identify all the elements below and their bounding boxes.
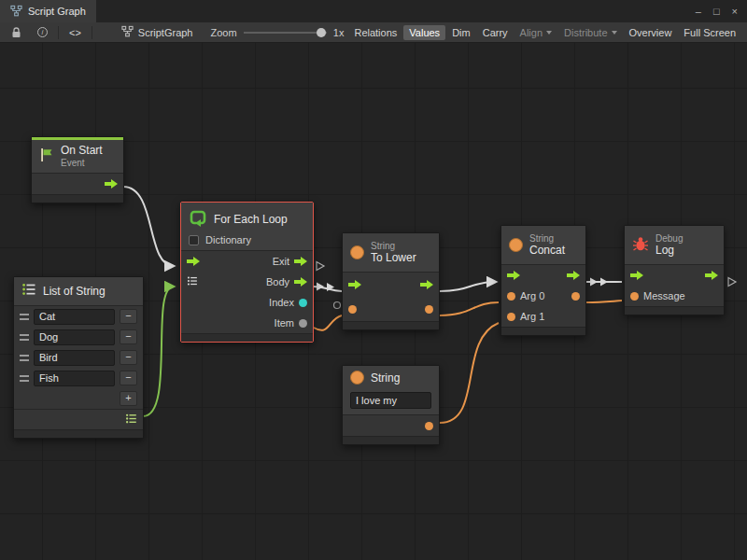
wire-concat-to-log-value[interactable] [586, 301, 622, 302]
node-string-to-lower[interactable]: String To Lower [342, 232, 440, 330]
list-item-input[interactable] [34, 329, 115, 345]
drag-handle-icon[interactable] [20, 375, 29, 382]
fullscreen-button[interactable]: Full Screen [678, 25, 741, 40]
wire-tolower-to-concat-flow[interactable] [440, 282, 496, 291]
result-output-port[interactable] [571, 292, 580, 301]
align-button[interactable]: Align [514, 25, 557, 40]
list-row: − [14, 327, 143, 347]
node-title: To Lower [371, 252, 416, 265]
graph-canvas[interactable]: On Start Event [0, 43, 747, 560]
list-item-input[interactable] [34, 309, 115, 325]
relations-button[interactable]: Relations [348, 25, 402, 40]
string-type-icon [350, 245, 364, 259]
info-icon[interactable]: i [32, 25, 53, 39]
node-footer [501, 327, 585, 335]
dictionary-label: Dictionary [205, 234, 251, 245]
dictionary-checkbox[interactable] [189, 235, 199, 245]
graph-breadcrumb[interactable]: ScriptGraph [121, 25, 193, 39]
wire-arrow [317, 283, 324, 291]
unconnected-port-indicator [334, 302, 341, 309]
node-debug-log[interactable]: Debug Log Message [624, 225, 725, 315]
drag-handle-icon[interactable] [20, 334, 29, 341]
dim-button[interactable]: Dim [446, 25, 476, 40]
port-label-item: Item [275, 317, 294, 329]
node-list-of-string[interactable]: List of String − − − [13, 276, 144, 439]
tab-title: Script Graph [28, 6, 86, 17]
lock-icon[interactable] [6, 25, 27, 40]
node-title: String [371, 371, 400, 385]
string-input-port[interactable] [348, 305, 357, 314]
node-string-literal[interactable]: String [342, 365, 440, 445]
item-output-port[interactable] [299, 319, 307, 328]
graph-toolbar: i <> ScriptGraph Zoom 1x Relations Value… [0, 22, 747, 43]
tab-script-graph[interactable]: Script Graph [0, 0, 96, 22]
wire-item-to-tolower[interactable] [314, 315, 342, 330]
wire-onstart-to-foreach[interactable] [123, 187, 174, 266]
node-type-label: Debug [655, 233, 683, 245]
string-output-port[interactable] [425, 305, 433, 314]
wire-literal-to-concat-arg1[interactable] [440, 323, 499, 423]
zoom-slider-track [244, 32, 327, 34]
code-view-button[interactable]: <> [63, 25, 87, 40]
list-row: − [14, 368, 143, 388]
remove-item-button[interactable]: − [120, 350, 137, 365]
remove-item-button[interactable]: − [120, 371, 137, 385]
node-on-start[interactable]: On Start Event [31, 136, 124, 203]
wire-list-to-foreach[interactable] [143, 287, 174, 416]
breadcrumb-label: ScriptGraph [138, 27, 193, 38]
overview-button[interactable]: Overview [624, 25, 678, 40]
zoom-slider-knob[interactable] [317, 28, 326, 37]
node-footer [343, 321, 439, 329]
list-item-input[interactable] [34, 350, 115, 366]
chevron-down-icon [612, 31, 617, 35]
flow-input-port[interactable] [630, 271, 643, 280]
node-string-concat[interactable]: String Concat Arg 0 Arg 1 [500, 225, 586, 336]
exit-unconnected-arrow [317, 262, 324, 271]
distribute-button[interactable]: Distribute [558, 25, 622, 40]
index-output-port[interactable] [299, 299, 307, 307]
loop-icon [189, 208, 207, 231]
add-item-button[interactable]: + [120, 391, 137, 406]
wire-arrow [600, 278, 608, 287]
node-for-each-loop[interactable]: For Each Loop Dictionary Exit [180, 202, 314, 343]
port-label-body: Body [266, 276, 289, 287]
list-input-port[interactable] [187, 273, 198, 290]
exit-output-port[interactable] [294, 257, 307, 266]
graph-tab-icon [10, 5, 22, 19]
string-output-port[interactable] [425, 422, 433, 430]
carry-button[interactable]: Carry [477, 25, 514, 40]
close-icon[interactable]: × [732, 6, 738, 17]
list-icon [21, 282, 36, 301]
node-title: For Each Loop [214, 213, 288, 226]
flow-input-port[interactable] [507, 271, 520, 280]
flow-output-port[interactable] [420, 280, 433, 289]
wire-tolower-to-concat-arg0[interactable] [440, 302, 499, 315]
window-controls: – □ × [696, 6, 747, 17]
flow-input-port[interactable] [187, 257, 200, 266]
flow-output-port[interactable] [567, 271, 580, 280]
log-exit-unconnected-arrow [728, 278, 736, 287]
flow-input-port[interactable] [348, 280, 361, 289]
drag-handle-icon[interactable] [20, 314, 29, 320]
align-label: Align [520, 27, 543, 38]
remove-item-button[interactable]: − [120, 329, 137, 344]
arg1-input-port[interactable] [507, 313, 515, 321]
flow-output-port[interactable] [705, 271, 718, 280]
string-type-icon [509, 238, 523, 252]
body-output-port[interactable] [294, 277, 307, 287]
node-type-label: String [529, 233, 565, 245]
arg0-input-port[interactable] [507, 292, 515, 301]
port-label-arg0: Arg 0 [520, 290, 544, 301]
maximize-icon[interactable]: □ [713, 6, 720, 17]
string-value-input[interactable] [350, 392, 431, 409]
minimize-icon[interactable]: – [696, 6, 701, 17]
bug-icon [632, 235, 649, 256]
drag-handle-icon[interactable] [20, 355, 29, 361]
values-button[interactable]: Values [403, 25, 445, 40]
message-input-port[interactable] [630, 292, 639, 301]
list-item-input[interactable] [34, 371, 115, 386]
zoom-slider[interactable] [244, 26, 327, 39]
list-output-port[interactable] [125, 412, 137, 428]
remove-item-button[interactable]: − [120, 309, 137, 324]
trigger-output-port[interactable] [105, 179, 118, 189]
